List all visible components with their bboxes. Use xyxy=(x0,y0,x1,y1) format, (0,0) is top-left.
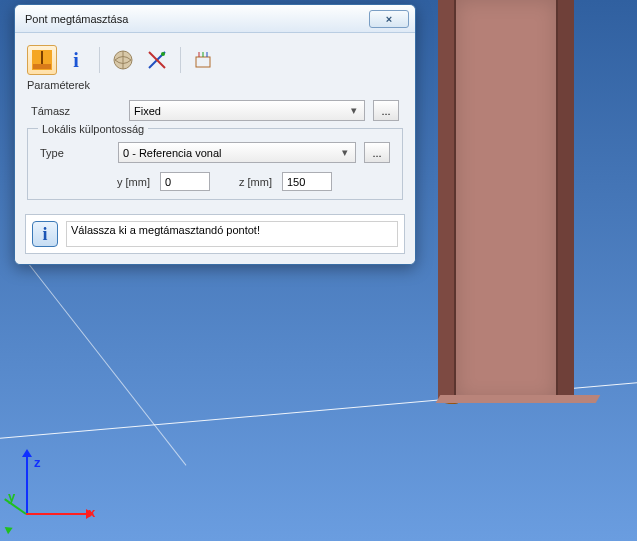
titlebar[interactable]: Pont megtámasztása × xyxy=(15,5,415,33)
axis-label-y: y xyxy=(8,489,15,504)
beam-flange xyxy=(438,0,456,400)
eccentricity-fieldset: Lokális külpontosság Type 0 - Referencia… xyxy=(27,128,403,200)
axis-x xyxy=(26,513,86,515)
i-beam-member[interactable] xyxy=(438,0,598,400)
point-support-dialog: Pont megtámasztása × i xyxy=(14,4,416,265)
type-label: Type xyxy=(40,147,110,159)
support-label: Támasz xyxy=(31,105,121,117)
type-more-button[interactable]: ... xyxy=(364,142,390,163)
tool-info[interactable]: i xyxy=(61,45,91,75)
chevron-down-icon: ▾ xyxy=(346,103,362,118)
dialog-title: Pont megtámasztása xyxy=(25,13,369,25)
z-offset-label: z [mm] xyxy=(220,176,272,188)
svg-rect-7 xyxy=(196,57,210,67)
info-badge-icon: i xyxy=(32,221,58,247)
close-button[interactable]: × xyxy=(369,10,409,28)
eccentricity-legend: Lokális külpontosság xyxy=(38,123,148,135)
ellipsis-icon: ... xyxy=(381,105,390,117)
support-row: Támasz Fixed ▾ ... xyxy=(25,97,405,124)
viewport-3d[interactable]: z x y Pont megtámasztása × i xyxy=(0,0,637,541)
type-row: Type 0 - Referencia vonal ▾ ... xyxy=(34,139,396,166)
support-more-button[interactable]: ... xyxy=(373,100,399,121)
parameters-label: Paraméterek xyxy=(25,77,405,97)
tool-settings[interactable] xyxy=(189,45,219,75)
beam-bottom-face xyxy=(436,395,601,403)
close-icon: × xyxy=(386,13,392,25)
toolbar-separator xyxy=(99,47,100,73)
point-support-icon xyxy=(31,49,53,71)
support-dropdown[interactable]: Fixed ▾ xyxy=(129,100,365,121)
globe-icon xyxy=(112,49,134,71)
y-offset-label: y [mm] xyxy=(98,176,150,188)
y-offset-input[interactable] xyxy=(160,172,210,191)
dialog-body: i xyxy=(15,33,415,264)
type-dropdown[interactable]: 0 - Referencia vonal ▾ xyxy=(118,142,356,163)
offset-row: y [mm] z [mm] xyxy=(34,166,396,191)
z-offset-input[interactable] xyxy=(282,172,332,191)
chevron-down-icon: ▾ xyxy=(337,145,353,160)
svg-rect-1 xyxy=(33,64,51,69)
crossed-lines-icon xyxy=(146,49,168,71)
axis-z xyxy=(26,455,28,515)
beam-web xyxy=(456,0,556,400)
settings-icon xyxy=(193,49,215,71)
axis-label-z: z xyxy=(34,455,41,470)
svg-point-6 xyxy=(161,52,165,56)
toolbar: i xyxy=(25,41,405,77)
info-icon: i xyxy=(73,49,79,72)
axis-label-x: x xyxy=(88,505,95,520)
ellipsis-icon: ... xyxy=(372,147,381,159)
type-value: 0 - Referencia vonal xyxy=(123,147,221,159)
beam-flange xyxy=(556,0,574,400)
axis-z-arrow xyxy=(22,449,32,457)
tool-filter[interactable] xyxy=(142,45,172,75)
info-message: Válassza ki a megtámasztandó pontot! xyxy=(66,221,398,247)
info-panel: i Válassza ki a megtámasztandó pontot! xyxy=(25,214,405,254)
tool-single-point[interactable] xyxy=(27,45,57,75)
tool-select-circle[interactable] xyxy=(108,45,138,75)
axis-y-arrow xyxy=(2,524,12,535)
grid-line-diagonal xyxy=(26,260,187,465)
support-value: Fixed xyxy=(134,105,161,117)
toolbar-separator xyxy=(180,47,181,73)
